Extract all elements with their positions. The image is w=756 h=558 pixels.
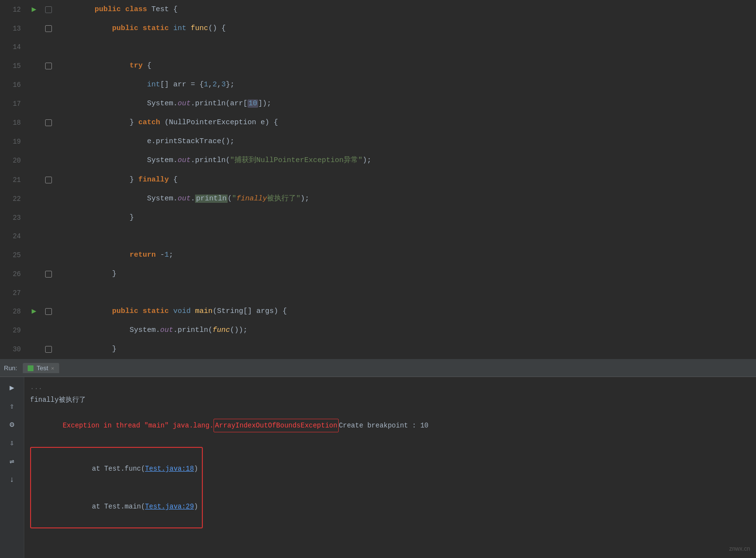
line-number-17: 17 (0, 95, 27, 113)
editor-area: 12 ▶ public class Test { 13 public stati… (0, 0, 756, 359)
bp-gutter-30[interactable] (41, 346, 56, 353)
line-number-16: 16 (0, 76, 27, 94)
line-number-18: 18 (0, 114, 27, 132)
line-number-22: 22 (0, 190, 27, 208)
line-number-13: 13 (0, 19, 27, 38)
line-number-20: 20 (0, 151, 27, 170)
line-number-30: 30 (0, 340, 27, 359)
output-finally-line: finally被执行了 (30, 394, 750, 406)
fold-icon-12 (45, 6, 52, 13)
export-button[interactable]: ↓ (5, 473, 19, 487)
bp-gutter-21[interactable] (41, 177, 56, 183)
line-number-19: 19 (0, 132, 27, 151)
bp-gutter-23 (41, 214, 56, 221)
stack-trace-box: at Test.func(Test.java:18) at Test.main(… (30, 447, 203, 528)
line-number-29: 29 (0, 321, 27, 340)
scroll-down-button[interactable]: ⇩ (5, 436, 19, 450)
gutter-28[interactable]: ▶ (27, 302, 41, 321)
line-number-23: 23 (0, 209, 27, 227)
code-content-30: } (56, 322, 756, 359)
stack1-link[interactable]: Test.java:18 (145, 465, 194, 473)
line-number-14: 14 (0, 38, 27, 56)
scroll-up-button[interactable]: ⇧ (5, 399, 19, 413)
output-area: ▶ ⇧ ⚙ ⇩ ⇌ ↓ ... finally被执行了 Exception in… (0, 377, 756, 558)
bp-icon-30[interactable] (45, 346, 52, 353)
line-number-24: 24 (0, 227, 27, 246)
wrap-button[interactable]: ⇌ (5, 455, 19, 468)
run-icon-28[interactable]: ▶ (32, 302, 36, 321)
stack2-suffix: ) (194, 503, 198, 510)
settings-button[interactable]: ⚙ (5, 418, 19, 431)
exception-suffix: Create breakpoint : 10 (339, 422, 428, 429)
fold-23 (45, 214, 52, 221)
bp-gutter-18[interactable] (41, 119, 56, 126)
stack2-link[interactable]: Test.java:29 (145, 503, 194, 510)
bp-icon-15[interactable] (45, 63, 52, 69)
output-content: ... finally被执行了 Exception in thread "mai… (24, 377, 756, 558)
code-container: 12 ▶ public class Test { 13 public stati… (0, 0, 756, 359)
bp-gutter-13[interactable] (41, 25, 56, 32)
exception-prefix: Exception in thread "main" java.lang. (63, 422, 214, 429)
bp-icon-28[interactable] (45, 308, 52, 315)
stack2-prefix: at Test.main( (76, 503, 145, 510)
stack1-prefix: at Test.func( (76, 465, 145, 473)
exception-class: ArrayIndexOutOfBoundsException (214, 419, 339, 432)
line-number-12: 12 (0, 0, 27, 19)
bp-icon-18[interactable] (45, 119, 52, 126)
stack-line-2: at Test.main(Test.java:29) (35, 488, 198, 525)
run-tab-bar: Run: Test × (0, 360, 756, 377)
run-icon-12[interactable]: ▶ (32, 0, 36, 19)
gutter-12[interactable]: ▶ (27, 0, 41, 19)
tab-label: Test (36, 364, 48, 372)
bp-gutter-28[interactable] (41, 308, 56, 315)
line-number-28: 28 (0, 302, 27, 321)
code-line-30: 30 } (0, 340, 756, 359)
code-line-13: 13 public static int func() { (0, 19, 756, 38)
line-number-27: 27 (0, 284, 27, 302)
bp-icon-13[interactable] (45, 25, 52, 32)
code-line-26: 26 } (0, 265, 756, 284)
tab-icon (28, 365, 33, 371)
line-number-21: 21 (0, 171, 27, 189)
stack-line-1: at Test.func(Test.java:18) (35, 450, 198, 488)
output-scroll-indicator: ... (30, 381, 750, 394)
bp-gutter-26[interactable] (41, 271, 56, 278)
output-sidebar: ▶ ⇧ ⚙ ⇩ ⇌ ↓ (0, 377, 24, 558)
output-exception-line: Exception in thread "main" java.lang.Arr… (30, 406, 750, 445)
bp-icon-26[interactable] (45, 271, 52, 278)
line-number-15: 15 (0, 57, 27, 75)
bp-icon-21[interactable] (45, 177, 52, 183)
bottom-panel: Run: Test × ▶ ⇧ ⚙ ⇩ ⇌ ↓ ... finally被执行了 … (0, 359, 756, 558)
stack1-suffix: ) (194, 465, 198, 473)
tab-close-button[interactable]: × (51, 365, 54, 371)
bp-gutter-12[interactable] (41, 6, 56, 13)
line-number-25: 25 (0, 246, 27, 264)
bp-gutter-15[interactable] (41, 63, 56, 69)
run-label: Run: (4, 364, 21, 372)
run-tab[interactable]: Test × (23, 363, 59, 373)
code-line-23: 23 } (0, 208, 756, 227)
run-button[interactable]: ▶ (5, 381, 19, 394)
watermark: znwx.cn (729, 545, 750, 552)
line-number-26: 26 (0, 265, 27, 283)
